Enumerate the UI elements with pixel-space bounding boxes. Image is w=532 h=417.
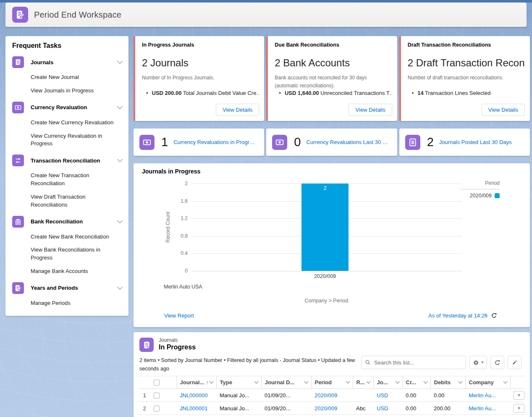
sidebar-group-label: Transaction Reconciliation — [31, 157, 118, 164]
journal-doc-icon — [405, 135, 420, 150]
sidebar-group-bank-reconciliation[interactable]: Bank Reconciliation — [12, 216, 122, 228]
metric-value: 1 — [161, 135, 168, 149]
kpi-bullet-text: Transaction Lines Selected — [425, 90, 490, 96]
list-controls — [361, 356, 522, 369]
sidebar-item-manage-bank-accounts[interactable]: Manage Bank Accounts — [31, 268, 117, 275]
select-all-checkbox[interactable] — [154, 380, 160, 386]
kpi-bullet-value: USD 1,640.00 — [285, 90, 319, 96]
currency-icon — [12, 102, 24, 113]
row-actions-button[interactable] — [514, 404, 524, 413]
app-header: Period End Workspace — [5, 3, 527, 27]
chevron-down-icon[interactable] — [117, 104, 123, 109]
sidebar-item-create-new-transaction-reconciliation[interactable]: Create New Transaction Reconciliation — [31, 172, 117, 188]
column-header-cr[interactable]: Cr... — [402, 376, 430, 389]
sidebar-item-view-bank-reconciliations-in-progress[interactable]: View Bank Reconciliations in Progress — [31, 246, 117, 262]
chevron-down-icon[interactable] — [503, 379, 507, 383]
sidebar-group-transaction-reconciliation[interactable]: Transaction Reconciliation — [12, 155, 122, 166]
debits-cell: 200.00 — [430, 402, 465, 415]
kpi-unit: Draft Transaction Reconci… — [416, 57, 525, 68]
list-title: In Progress — [159, 344, 196, 351]
chevron-down-icon[interactable] — [346, 379, 350, 383]
type-cell: Manual Jo... — [216, 402, 261, 415]
currency-link[interactable]: USD — [377, 392, 388, 399]
view-details-button[interactable]: View Details — [216, 104, 259, 116]
chevron-down-icon[interactable] — [117, 284, 123, 290]
journal-date-cell: 01/09/20... — [261, 402, 311, 415]
chevron-down-icon[interactable] — [395, 379, 399, 383]
metric-link[interactable]: Currency Revaluations Last 30 … — [306, 139, 388, 145]
kpi-description: Number of draft transaction reconciliati… — [408, 74, 524, 82]
list-settings-button[interactable] — [469, 356, 487, 369]
sidebar-item-view-draft-transaction-reconciliations[interactable]: View Draft Transaction Reconciliations — [31, 193, 117, 209]
sidebar-item-create-new-currency-revaluation[interactable]: Create New Currency Revaluation — [31, 119, 117, 127]
list-meta-text: 2 items • Sorted by Journal Number • Fil… — [139, 356, 368, 373]
column-header-type[interactable]: Type — [216, 376, 261, 389]
gear-icon — [473, 359, 479, 366]
sidebar-group-journals[interactable]: Journals — [12, 56, 122, 68]
chevron-down-icon[interactable] — [304, 379, 308, 383]
y-tick: 0.8 — [171, 233, 188, 239]
legend-label: 2020/009 — [470, 193, 492, 199]
column-header-company[interactable]: Company — [465, 376, 510, 389]
kpi-card-draft-transaction-reconciliations: Draft Transaction Reconciliations 2 Draf… — [399, 36, 530, 121]
kpi-description: Bank accounts not reconciled for 30 days… — [275, 74, 391, 89]
company-group-label: Merlin Auto USA — [164, 284, 202, 290]
chevron-down-icon[interactable] — [254, 379, 258, 383]
y-tick: 0 — [171, 268, 188, 274]
list-edit-button[interactable] — [508, 356, 522, 369]
bar-2020-009[interactable]: 2 — [301, 184, 349, 271]
chevron-down-icon[interactable] — [366, 379, 370, 383]
period-link[interactable]: 2020/009 — [314, 392, 337, 399]
row-checkbox[interactable] — [154, 406, 160, 412]
kpi-title: Due Bank Reconciliations — [275, 42, 391, 48]
metric-link[interactable]: Currency Revaluations in Progr… — [173, 139, 255, 145]
chevron-down-icon[interactable] — [117, 58, 123, 64]
period-link[interactable]: 2020/009 — [314, 405, 337, 412]
kpi-card-row: In Progress Journals 2 Journals Number o… — [134, 36, 530, 121]
page-title: Period End Workspace — [34, 10, 121, 20]
chevron-down-icon[interactable] — [209, 379, 213, 383]
select-all-header — [150, 376, 176, 389]
kpi-description: Number of In Progress Journals. — [142, 74, 258, 82]
column-header-jo[interactable]: Jo... — [373, 376, 402, 389]
row-checkbox[interactable] — [154, 393, 160, 399]
company-link[interactable]: Merlin Au... — [469, 405, 496, 412]
search-input[interactable] — [361, 356, 466, 369]
chevron-down-icon[interactable] — [458, 379, 462, 383]
list-view-header: Journals In Progress 2 items • Sorted by… — [134, 332, 530, 376]
list-entity-label: Journals — [159, 337, 178, 343]
refresh-icon[interactable] — [491, 312, 497, 319]
kpi-card-in-progress-journals: In Progress Journals 2 Journals Number o… — [134, 36, 264, 121]
metric-link[interactable]: Journals Posted Last 30 Days — [439, 139, 512, 145]
journal-number-link[interactable]: JNL000001 — [180, 405, 208, 412]
column-header-journal[interactable]: Journal...↑ — [176, 376, 216, 389]
column-header-period[interactable]: Period — [311, 376, 353, 389]
sidebar-item-manage-periods[interactable]: Manage Periods — [31, 299, 117, 307]
row-actions-button[interactable] — [514, 391, 524, 400]
chevron-down-icon[interactable] — [117, 218, 123, 223]
column-header-debits[interactable]: Debits — [430, 376, 465, 389]
sidebar-item-view-journals-in-progress[interactable]: View Journals in Progress — [31, 87, 117, 95]
view-report-link[interactable]: View Report — [164, 312, 194, 319]
chevron-down-icon[interactable] — [423, 379, 427, 383]
view-details-button[interactable]: View Details — [349, 104, 392, 116]
journal-number-link[interactable]: JNL000000 — [180, 392, 208, 399]
sidebar-group-years-and-periods[interactable]: Years and Periods — [12, 282, 122, 294]
list-refresh-button[interactable] — [490, 356, 504, 369]
sidebar-item-create-new-journal[interactable]: Create New Journal — [31, 73, 117, 81]
y-tick: 1.2 — [171, 215, 188, 221]
sidebar-group-currency-revaluation[interactable]: Currency Revaluation — [12, 102, 122, 113]
company-link[interactable]: Merlin Au... — [469, 392, 496, 399]
legend-entry-2020-009[interactable]: 2020/009 — [460, 193, 500, 199]
journals-in-progress-chart-card: Journals in Progress 2 1.6 1.2 0.8 0.4 0… — [134, 163, 530, 327]
refresh-icon — [494, 359, 501, 366]
sidebar-item-create-new-bank-reconciliation[interactable]: Create New Bank Reconciliation — [31, 233, 117, 241]
column-header-journal-date[interactable]: Journal D... — [261, 376, 311, 389]
sidebar-item-view-currency-revaluation-in-progress[interactable]: View Currency Revaluation in Progress — [31, 132, 117, 148]
currency-link[interactable]: USD — [377, 405, 388, 412]
mini-card-currency-revaluations-last-30: 0 Currency Revaluations Last 30 … — [266, 129, 397, 156]
view-details-button[interactable]: View Details — [482, 104, 525, 116]
column-header-r[interactable]: R... — [353, 376, 373, 389]
sidebar-group-label: Currency Revaluation — [31, 104, 118, 110]
chevron-down-icon[interactable] — [117, 157, 123, 162]
